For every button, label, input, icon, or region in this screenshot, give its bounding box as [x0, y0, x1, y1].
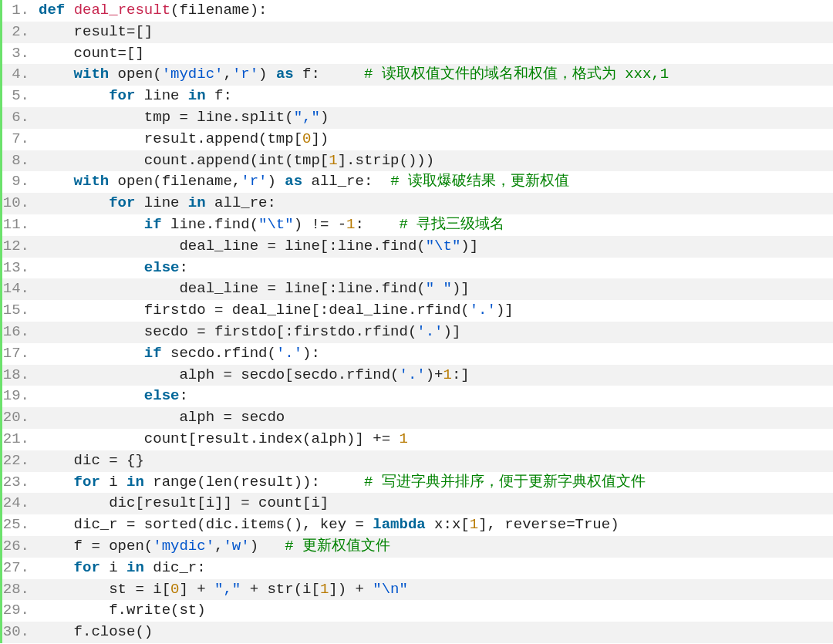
- token-kw: in: [126, 559, 144, 576]
- line-number: 26.: [0, 536, 34, 558]
- token-pln: count=[]: [39, 45, 144, 62]
- token-pln: dic_r:: [144, 559, 206, 576]
- token-num: 1: [399, 430, 407, 447]
- code-line: 17. if secdo.rfind('.'):: [0, 343, 833, 365]
- code-line: 20. alph = secdo: [0, 407, 833, 429]
- code-line: 7. result.append(tmp[0]): [0, 129, 833, 150]
- token-pln: line: [135, 194, 187, 211]
- token-pln: count[result.index(alph)] +=: [39, 430, 399, 447]
- token-pln: open(: [109, 66, 161, 83]
- token-pln: firstdo = deal_line[:deal_line.rfind(: [39, 302, 470, 319]
- token-kw: for: [109, 87, 135, 104]
- token-pln: ].strip())): [338, 152, 434, 169]
- code-block: 1.def deal_result(filename):2. result=[]…: [0, 0, 833, 643]
- token-pln: )]: [496, 302, 514, 319]
- token-kw: as: [285, 173, 302, 190]
- line-number: 30.: [0, 622, 34, 643]
- token-str: 'w': [223, 538, 249, 555]
- code-line: 21. count[result.index(alph)] += 1: [0, 429, 833, 450]
- token-cmt: # 寻找三级域名: [400, 216, 505, 233]
- code-content: def deal_result(filename):: [34, 0, 833, 22]
- code-content: dic[result[i]] = count[i]: [34, 493, 833, 514]
- token-cmt: # 读取权值文件的域名和权值，格式为 xxx,1: [364, 66, 669, 83]
- code-content: for line in all_re:: [34, 193, 833, 214]
- line-number: 28.: [0, 579, 34, 601]
- line-number: 23.: [0, 472, 34, 494]
- token-pln: ): [267, 173, 285, 190]
- line-number: 7.: [0, 129, 34, 150]
- token-str: '.': [416, 323, 443, 340]
- token-pln: dic_r = sorted(dic.items(), key =: [39, 516, 373, 533]
- line-number: 10.: [0, 193, 34, 214]
- code-line: 9. with open(filename,'r') as all_re: # …: [0, 171, 833, 193]
- code-content: alph = secdo: [34, 407, 833, 429]
- token-kw: with: [74, 173, 110, 190]
- line-number: 3.: [0, 43, 34, 65]
- line-number: 9.: [0, 171, 34, 193]
- token-pln: f:: [294, 66, 364, 83]
- code-line: 14. deal_line = line[:line.find(" ")]: [0, 278, 833, 300]
- code-line: 12. deal_line = line[:line.find("\t")]: [0, 236, 833, 258]
- line-number: 17.: [0, 343, 34, 365]
- code-content: with open('mydic','r') as f: # 读取权值文件的域名…: [34, 64, 833, 86]
- token-pln: [39, 87, 109, 104]
- code-line: 18. alph = secdo[secdo.rfind('.')+1:]: [0, 365, 833, 386]
- token-pln: ] +: [179, 581, 214, 598]
- code-line: 10. for line in all_re:: [0, 193, 833, 214]
- line-number: 16.: [0, 322, 34, 343]
- token-pln: deal_line = line[:line.find(: [39, 238, 426, 255]
- token-str: 'mydic': [162, 66, 224, 83]
- token-num: 1: [443, 366, 452, 383]
- code-content: for i in range(len(result)): # 写进字典并排序，便…: [34, 472, 833, 494]
- token-pln: [39, 194, 109, 211]
- token-pln: i: [100, 474, 126, 491]
- code-line: 4. with open('mydic','r') as f: # 读取权值文件…: [0, 64, 833, 86]
- token-str: " ": [426, 280, 452, 297]
- token-pln: alph = secdo[secdo.rfind(: [39, 366, 399, 383]
- line-number: 18.: [0, 365, 34, 386]
- code-line: 25. dic_r = sorted(dic.items(), key = la…: [0, 514, 833, 536]
- token-pln: secdo = firstdo[:firstdo.rfind(: [39, 323, 416, 340]
- token-pln: [39, 216, 144, 233]
- code-content: deal_line = line[:line.find(" ")]: [34, 278, 833, 300]
- token-pln: [65, 2, 73, 19]
- token-str: "\n": [373, 581, 408, 598]
- token-pln: f = open(: [39, 538, 153, 555]
- token-pln: f.close(): [39, 623, 153, 640]
- line-number: 4.: [0, 64, 34, 86]
- token-kw: as: [276, 66, 294, 83]
- token-pln: tmp = line.split(: [39, 109, 294, 126]
- token-pln: [39, 66, 74, 83]
- line-number: 12.: [0, 236, 34, 258]
- code-content: else:: [34, 258, 833, 279]
- line-number: 1.: [0, 0, 34, 22]
- token-str: "\t": [426, 238, 461, 255]
- token-pln: range(len(result)):: [144, 474, 364, 491]
- code-content: result=[]: [34, 22, 833, 43]
- code-content: firstdo = deal_line[:deal_line.rfind('.'…: [34, 300, 833, 322]
- token-str: 'mydic': [153, 538, 214, 555]
- token-pln: [39, 559, 74, 576]
- line-number: 24.: [0, 493, 34, 514]
- token-pln: deal_line = line[:line.find(: [39, 280, 426, 297]
- token-pln: all_re:: [302, 173, 390, 190]
- line-number: 22.: [0, 450, 34, 472]
- token-pln: alph = secdo: [39, 409, 285, 426]
- code-line: 19. else:: [0, 386, 833, 407]
- code-content: f.close(): [34, 622, 833, 643]
- token-pln: ,: [214, 538, 223, 555]
- token-num: 1: [470, 516, 478, 533]
- code-content: dic_r = sorted(dic.items(), key = lambda…: [34, 514, 833, 536]
- token-pln: dic = {}: [39, 452, 144, 469]
- token-kw: in: [188, 194, 206, 211]
- code-content: with open(filename,'r') as all_re: # 读取爆…: [34, 171, 833, 193]
- code-line: 15. firstdo = deal_line[:deal_line.rfind…: [0, 300, 833, 322]
- token-pln: count.append(int(tmp[: [39, 152, 329, 169]
- code-line: 1.def deal_result(filename):: [0, 0, 833, 22]
- code-content: f = open('mydic','w') # 更新权值文件: [34, 536, 833, 558]
- token-num: 1: [346, 216, 355, 233]
- token-pln: all_re:: [206, 194, 276, 211]
- code-line: 22. dic = {}: [0, 450, 833, 472]
- line-number: 14.: [0, 278, 34, 300]
- code-content: if line.find("\t") != -1: # 寻找三级域名: [34, 214, 833, 236]
